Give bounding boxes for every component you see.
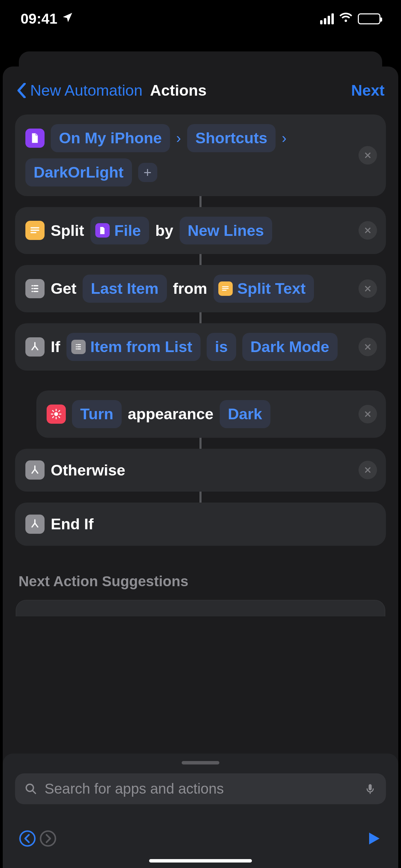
- connector: [199, 312, 202, 323]
- action-set-appearance[interactable]: Turn appearance Dark: [36, 390, 386, 438]
- remove-action-button[interactable]: [359, 279, 377, 298]
- svg-rect-2: [369, 784, 372, 791]
- svg-point-3: [20, 831, 35, 846]
- connector: [199, 492, 202, 503]
- connector: [199, 438, 202, 449]
- chevron-right-icon: ›: [176, 127, 181, 149]
- split-verb: Split: [51, 219, 84, 243]
- get-source-token[interactable]: Split Text: [214, 275, 314, 303]
- if-verb: If: [51, 335, 60, 359]
- branch-icon: [25, 460, 45, 480]
- mic-icon[interactable]: [364, 783, 376, 795]
- background-card-peek: [19, 51, 382, 67]
- suggestion-card-peek[interactable]: [16, 600, 385, 616]
- clock: 09:41: [21, 11, 57, 27]
- chevron-right-icon: ›: [282, 127, 287, 149]
- search-input[interactable]: Search for apps and actions: [15, 773, 386, 804]
- wifi-icon: [339, 10, 353, 28]
- back-label: New Automation: [30, 82, 143, 99]
- branch-icon: [25, 337, 45, 357]
- list-icon: [25, 279, 45, 298]
- home-indicator[interactable]: [149, 859, 252, 863]
- toolbar: [15, 818, 386, 859]
- back-button[interactable]: New Automation: [16, 82, 143, 99]
- search-icon: [25, 783, 37, 795]
- otherwise-label: Otherwise: [51, 458, 125, 482]
- grabber-handle[interactable]: [182, 761, 219, 764]
- svg-point-0: [54, 412, 58, 416]
- remove-action-button[interactable]: [359, 146, 377, 165]
- suggestions-heading: Next Action Suggestions: [19, 573, 382, 590]
- nav-bar: New Automation Actions Next: [3, 67, 398, 114]
- file-icon: [25, 129, 45, 148]
- list-icon: [71, 340, 86, 354]
- file-icon: [95, 223, 110, 238]
- add-file-button[interactable]: +: [138, 163, 157, 182]
- action-file[interactable]: On My iPhone › Shortcuts › DarkOrLight +: [15, 114, 386, 196]
- text-icon: [218, 281, 233, 296]
- action-endif[interactable]: End If: [15, 503, 386, 546]
- status-bar: 09:41: [0, 0, 401, 38]
- connector: [199, 196, 202, 207]
- redo-button[interactable]: [38, 828, 58, 849]
- page-title: Actions: [150, 82, 207, 99]
- path-segment-2[interactable]: Shortcuts: [187, 124, 276, 152]
- path-segment-1[interactable]: On My iPhone: [51, 124, 170, 152]
- endif-label: End If: [51, 512, 94, 536]
- bottom-sheet[interactable]: Search for apps and actions: [3, 754, 398, 868]
- svg-point-4: [40, 831, 55, 846]
- remove-action-button[interactable]: [359, 461, 377, 479]
- location-icon: [61, 11, 74, 27]
- get-which-token[interactable]: Last Item: [83, 275, 167, 303]
- branch-icon: [25, 515, 45, 534]
- connector: [199, 254, 202, 265]
- action-split[interactable]: Split File by New Lines: [15, 207, 386, 254]
- action-otherwise[interactable]: Otherwise: [15, 449, 386, 492]
- turn-verb-token[interactable]: Turn: [72, 400, 122, 428]
- run-button[interactable]: [363, 828, 384, 849]
- action-if[interactable]: If Item from List is Dark Mode: [15, 323, 386, 371]
- action-get-item[interactable]: Get Last Item from Split Text: [15, 265, 386, 312]
- from-word: from: [173, 277, 207, 301]
- by-word: by: [155, 219, 173, 243]
- appearance-word: appearance: [128, 402, 214, 426]
- split-mode-token[interactable]: New Lines: [180, 217, 272, 245]
- battery-icon: [358, 13, 380, 24]
- if-subject-token[interactable]: Item from List: [66, 333, 201, 361]
- editor-sheet: New Automation Actions Next On My iPhone…: [3, 67, 398, 868]
- remove-action-button[interactable]: [359, 405, 377, 423]
- remove-action-button[interactable]: [359, 221, 377, 240]
- if-condition-token[interactable]: is: [207, 333, 236, 361]
- signal-icon: [320, 13, 334, 24]
- next-button[interactable]: Next: [351, 82, 385, 99]
- filename-token[interactable]: DarkOrLight: [25, 158, 132, 186]
- brightness-icon: [47, 405, 66, 424]
- undo-button[interactable]: [17, 828, 38, 849]
- if-value-token[interactable]: Dark Mode: [242, 333, 338, 361]
- search-placeholder: Search for apps and actions: [45, 781, 356, 797]
- text-icon: [25, 221, 45, 240]
- get-verb: Get: [51, 277, 76, 301]
- remove-action-button[interactable]: [359, 338, 377, 356]
- split-input-token[interactable]: File: [90, 217, 149, 245]
- turn-value-token[interactable]: Dark: [220, 400, 270, 428]
